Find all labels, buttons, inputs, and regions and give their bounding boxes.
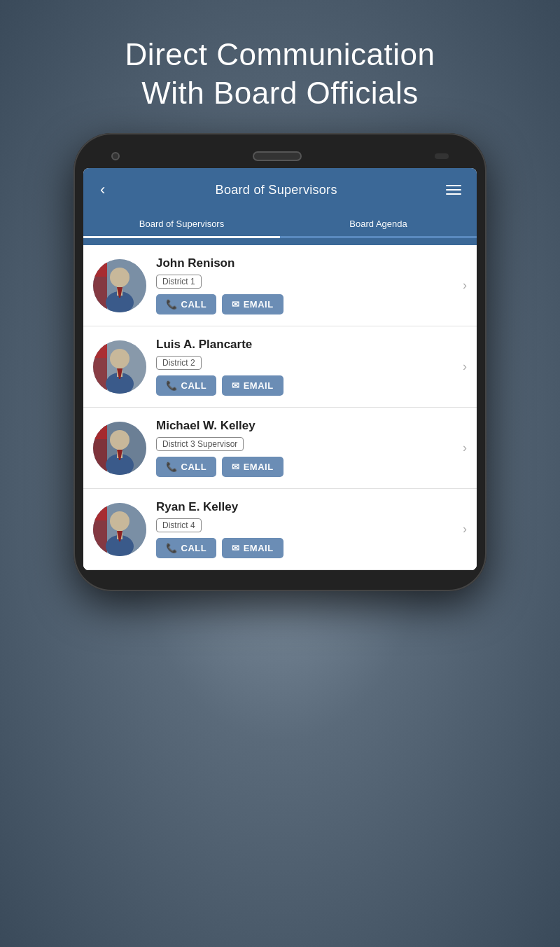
district-badge: District 2 [156,356,202,370]
menu-line-3 [446,193,461,195]
contact-actions: 📞CALL✉EMAIL [156,457,450,477]
chevron-right-icon[interactable]: › [460,359,467,374]
contact-name: Luis A. Plancarte [156,338,450,352]
email-label: EMAIL [244,543,274,553]
contact-item: Ryan E. KelleyDistrict 4📞CALL✉EMAIL› [83,489,477,570]
call-label: CALL [181,543,207,553]
contact-item: John RenisonDistrict 1📞CALL✉EMAIL› [83,245,477,326]
tab-board-supervisors[interactable]: Board of Supervisors [83,212,280,238]
call-label: CALL [181,462,207,472]
contact-list: John RenisonDistrict 1📞CALL✉EMAIL› Luis … [83,245,477,570]
svg-point-24 [110,511,130,531]
district-badge: District 4 [156,518,202,532]
menu-line-1 [446,185,461,186]
headline-line2: With Board Officials [141,76,419,110]
headline: Direct Communication With Board Official… [83,0,477,133]
contact-name: Ryan E. Kelley [156,500,450,514]
svg-rect-16 [93,422,107,439]
contact-item: Luis A. PlancarteDistrict 2📞CALL✉EMAIL› [83,326,477,408]
svg-point-10 [110,349,130,368]
app-title: Board of Supervisors [216,183,337,198]
contact-avatar [93,340,146,394]
tab-board-agenda[interactable]: Board Agenda [280,212,477,238]
email-label: EMAIL [244,299,274,310]
email-icon: ✉ [232,299,240,310]
district-badge: District 3 Supervisor [156,437,244,451]
call-button[interactable]: 📞CALL [156,457,216,477]
contact-avatar [93,422,146,475]
email-icon: ✉ [232,380,240,391]
contact-avatar [93,503,146,556]
menu-line-2 [446,189,461,191]
email-label: EMAIL [244,380,274,391]
phone-icon: 📞 [166,462,178,472]
menu-button[interactable] [442,182,465,198]
svg-rect-9 [93,340,107,358]
call-label: CALL [181,299,207,310]
email-icon: ✉ [232,543,240,553]
contact-actions: 📞CALL✉EMAIL [156,375,450,396]
phone-camera [111,152,120,160]
email-button[interactable]: ✉EMAIL [222,457,283,477]
chevron-right-icon[interactable]: › [460,278,467,293]
svg-point-3 [110,268,130,287]
call-button[interactable]: 📞CALL [156,294,216,314]
svg-rect-23 [93,503,107,520]
phone-icon: 📞 [166,299,178,310]
svg-rect-2 [93,259,107,277]
phone-screen: ‹ Board of Supervisors Board of Supervis… [83,168,477,570]
contact-info: Michael W. KelleyDistrict 3 Supervisor📞C… [156,419,450,477]
phone-icon: 📞 [166,543,178,553]
email-button[interactable]: ✉EMAIL [222,375,283,396]
call-button[interactable]: 📞CALL [156,538,216,558]
tab-bar: Board of Supervisors Board Agenda [83,212,477,238]
contact-actions: 📞CALL✉EMAIL [156,538,450,558]
phone-shell: ‹ Board of Supervisors Board of Supervis… [74,133,486,591]
contact-info: Ryan E. KelleyDistrict 4📞CALL✉EMAIL [156,500,450,558]
contact-info: Luis A. PlancarteDistrict 2📞CALL✉EMAIL [156,338,450,396]
email-icon: ✉ [232,462,240,472]
phone-speaker [253,151,302,161]
call-label: CALL [181,380,207,391]
contact-avatar [93,259,146,312]
chevron-right-icon[interactable]: › [460,522,467,537]
back-button[interactable]: ‹ [94,178,111,202]
app-header: ‹ Board of Supervisors [83,168,477,212]
email-button[interactable]: ✉EMAIL [222,294,283,314]
contact-name: John Renison [156,256,450,270]
phone-icon: 📞 [166,380,178,391]
call-button[interactable]: 📞CALL [156,375,216,396]
contact-actions: 📞CALL✉EMAIL [156,294,450,314]
chevron-right-icon[interactable]: › [460,441,467,455]
phone-top-bar [83,146,477,168]
contact-name: Michael W. Kelley [156,419,450,433]
phone-sensor [435,153,449,159]
email-label: EMAIL [244,462,274,472]
contact-item: Michael W. KelleyDistrict 3 Supervisor📞C… [83,408,477,489]
contact-info: John RenisonDistrict 1📞CALL✉EMAIL [156,256,450,314]
headline-line1: Direct Communication [125,37,435,71]
email-button[interactable]: ✉EMAIL [222,538,283,558]
svg-point-17 [110,430,130,450]
tab-indicator [273,238,287,245]
district-badge: District 1 [156,275,202,289]
